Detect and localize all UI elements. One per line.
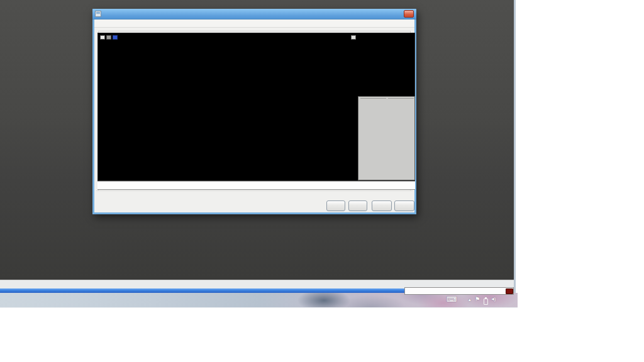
dialog-titlebar[interactable] <box>92 9 416 19</box>
table-header-coolant <box>360 98 386 99</box>
screen: ⌨ ▴ ⚑ ◄) <box>0 0 644 362</box>
dialog-help-text <box>97 181 415 190</box>
dialog-menubar <box>94 19 414 28</box>
table-header-afterstart <box>388 98 414 99</box>
indicator-grid <box>0 224 516 280</box>
burn-button[interactable] <box>372 200 392 211</box>
show-hidden-icons-icon[interactable]: ▴ <box>469 297 471 302</box>
ase-table <box>358 96 415 180</box>
action-center-flag-icon[interactable]: ⚑ <box>475 296 480 302</box>
current-tune-file-indicator[interactable] <box>404 287 514 295</box>
coolant-temp-mini-gauge <box>358 35 416 94</box>
chart-panel <box>97 33 415 181</box>
undo-button[interactable] <box>326 200 345 211</box>
taskbar: ⌨ ▴ ⚑ ◄) <box>0 293 518 308</box>
volume-icon[interactable]: ◄) <box>491 297 495 301</box>
close-icon[interactable] <box>404 10 414 18</box>
dialog-button-bar <box>96 190 413 212</box>
ase-dialog <box>92 9 416 214</box>
tunerstudio-tray-icon <box>506 288 513 294</box>
battery-icon[interactable] <box>484 299 488 305</box>
keyboard-tray-icon[interactable]: ⌨ <box>447 295 457 304</box>
ase-curve-chart[interactable] <box>98 33 357 182</box>
close-button[interactable] <box>394 200 414 211</box>
dialog-app-icon <box>95 11 101 17</box>
redo-button[interactable] <box>348 200 367 211</box>
